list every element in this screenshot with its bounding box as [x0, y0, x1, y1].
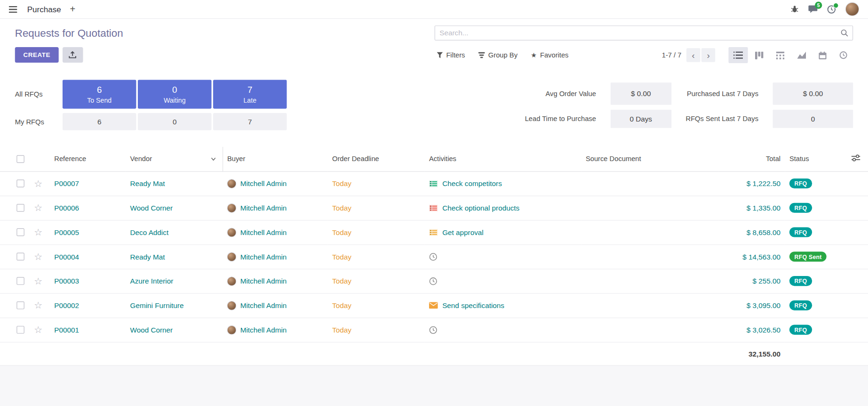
group-by-button[interactable]: Group By [476, 49, 520, 61]
messages-icon[interactable]: 5 [808, 5, 818, 14]
reference-link[interactable]: P00002 [54, 301, 79, 310]
row-select-checkbox[interactable] [16, 277, 24, 284]
vendor-link[interactable]: Ready Mat [130, 179, 165, 188]
rfq-row[interactable]: ☆ P00001 Wood Corner Mitchell Admin Toda… [0, 317, 868, 342]
favorites-button[interactable]: ★ Favorites [529, 49, 571, 61]
row-select-checkbox[interactable] [16, 228, 24, 236]
header-source-document[interactable]: Source Document [581, 147, 718, 171]
user-avatar[interactable] [845, 2, 859, 16]
waiting-button[interactable]: 0 Waiting [138, 80, 211, 108]
activity-summary[interactable]: Get approval [442, 228, 484, 236]
plus-icon[interactable]: + [70, 4, 76, 14]
total-amount: $ 14,563.00 [742, 252, 780, 261]
favorite-star-icon[interactable]: ☆ [34, 300, 42, 310]
my-waiting-button[interactable]: 0 [138, 113, 211, 130]
vendor-link[interactable]: Wood Corner [130, 325, 173, 334]
odoo-purchase-app: Purchase + 5 Requests for Quotation CREA… [0, 0, 868, 406]
buyer-link[interactable]: Mitchell Admin [240, 277, 287, 285]
late-button[interactable]: 7 Late [213, 80, 287, 108]
row-select-checkbox[interactable] [16, 179, 24, 187]
all-rfqs-label[interactable]: All RFQs [15, 90, 61, 98]
purchased-last-7-days-label: Purchased Last 7 Days [686, 89, 759, 97]
buyer-link[interactable]: Mitchell Admin [240, 179, 287, 188]
activity-clock-icon[interactable] [429, 277, 438, 285]
activity-summary[interactable]: Check competitors [442, 179, 502, 188]
total-amount: $ 255.00 [753, 277, 781, 285]
buyer-link[interactable]: Mitchell Admin [240, 203, 287, 212]
rfq-row[interactable]: ☆ P00006 Wood Corner Mitchell Admin Toda… [0, 195, 868, 220]
vendor-link[interactable]: Deco Addict [130, 228, 169, 236]
buyer-link[interactable]: Mitchell Admin [240, 228, 287, 236]
header-activities[interactable]: Activities [424, 147, 581, 171]
pager-previous-button[interactable]: ‹ [686, 48, 700, 62]
order-deadline-text: Today [332, 228, 351, 236]
rfq-row[interactable]: ☆ P00003 Azure Interior Mitchell Admin T… [0, 269, 868, 293]
favorite-star-icon[interactable]: ☆ [34, 276, 42, 286]
reference-link[interactable]: P00001 [54, 325, 79, 334]
activity-clock-icon[interactable] [429, 252, 438, 261]
pager-next-button[interactable]: › [701, 48, 715, 62]
order-deadline-text: Today [332, 301, 351, 310]
reference-link[interactable]: P00003 [54, 277, 79, 285]
create-button[interactable]: CREATE [15, 47, 59, 63]
to-send-button[interactable]: 6 To Send [63, 80, 136, 108]
favorite-star-icon[interactable]: ☆ [34, 203, 42, 213]
my-late-button[interactable]: 7 [213, 113, 287, 130]
apps-menu-icon[interactable] [8, 4, 18, 15]
pivot-view-button[interactable] [771, 47, 790, 63]
activity-checklist-icon[interactable] [429, 204, 438, 211]
header-status[interactable]: Status [785, 147, 844, 171]
header-order-deadline[interactable]: Order Deadline [328, 147, 425, 171]
filters-button[interactable]: Filters [435, 49, 467, 61]
optional-columns-icon[interactable] [851, 156, 860, 163]
debug-bug-icon[interactable] [790, 5, 799, 14]
buyer-link[interactable]: Mitchell Admin [240, 252, 287, 261]
import-button[interactable] [63, 47, 83, 63]
rfq-row[interactable]: ☆ P00005 Deco Addict Mitchell Admin Toda… [0, 220, 868, 244]
header-vendor[interactable]: Vendor [126, 147, 223, 171]
my-to-send-button[interactable]: 6 [63, 113, 136, 130]
rfq-row[interactable]: ☆ P00002 Gemini Furniture Mitchell Admin… [0, 293, 868, 317]
favorite-star-icon[interactable]: ☆ [34, 252, 42, 262]
header-total[interactable]: Total [718, 147, 785, 171]
activity-clock-icon[interactable] [429, 325, 438, 334]
row-select-checkbox[interactable] [16, 301, 24, 309]
reference-link[interactable]: P00007 [54, 179, 79, 188]
activity-email-icon[interactable] [429, 302, 438, 309]
row-select-checkbox[interactable] [16, 326, 24, 333]
select-all-checkbox[interactable] [16, 155, 24, 162]
search-icon[interactable] [840, 29, 849, 39]
vendor-link[interactable]: Ready Mat [130, 252, 165, 261]
activity-view-button[interactable] [834, 47, 853, 63]
graph-view-icon [797, 51, 806, 58]
rfq-row[interactable]: ☆ P00007 Ready Mat Mitchell Admin Today … [0, 171, 868, 196]
my-rfqs-label[interactable]: My RFQs [15, 118, 61, 125]
buyer-link[interactable]: Mitchell Admin [240, 325, 287, 334]
row-select-checkbox[interactable] [16, 204, 24, 211]
vendor-link[interactable]: Wood Corner [130, 203, 173, 212]
calendar-view-button[interactable] [812, 47, 832, 63]
kanban-view-button[interactable] [749, 47, 769, 63]
buyer-link[interactable]: Mitchell Admin [240, 301, 287, 310]
graph-view-button[interactable] [792, 47, 811, 63]
rfq-row[interactable]: ☆ P00004 Ready Mat Mitchell Admin Today … [0, 244, 868, 269]
favorite-star-icon[interactable]: ☆ [34, 227, 42, 237]
reference-link[interactable]: P00006 [54, 203, 79, 212]
activities-clock-icon[interactable] [827, 5, 836, 14]
search-input[interactable] [435, 25, 853, 41]
reference-link[interactable]: P00004 [54, 252, 79, 261]
activity-checklist-icon[interactable] [429, 180, 438, 187]
app-name[interactable]: Purchase [27, 5, 61, 14]
vendor-link[interactable]: Azure Interior [130, 277, 174, 285]
list-view-button[interactable] [728, 47, 748, 63]
activity-summary[interactable]: Send specifications [442, 301, 504, 310]
favorite-star-icon[interactable]: ☆ [34, 325, 42, 335]
activity-checklist-icon[interactable] [429, 228, 438, 235]
reference-link[interactable]: P00005 [54, 228, 79, 236]
favorite-star-icon[interactable]: ☆ [34, 178, 42, 188]
row-select-checkbox[interactable] [16, 253, 24, 260]
vendor-link[interactable]: Gemini Furniture [130, 301, 184, 310]
header-buyer[interactable]: Buyer [223, 147, 328, 171]
activity-summary[interactable]: Check optional products [442, 203, 519, 212]
header-reference[interactable]: Reference [50, 147, 126, 171]
